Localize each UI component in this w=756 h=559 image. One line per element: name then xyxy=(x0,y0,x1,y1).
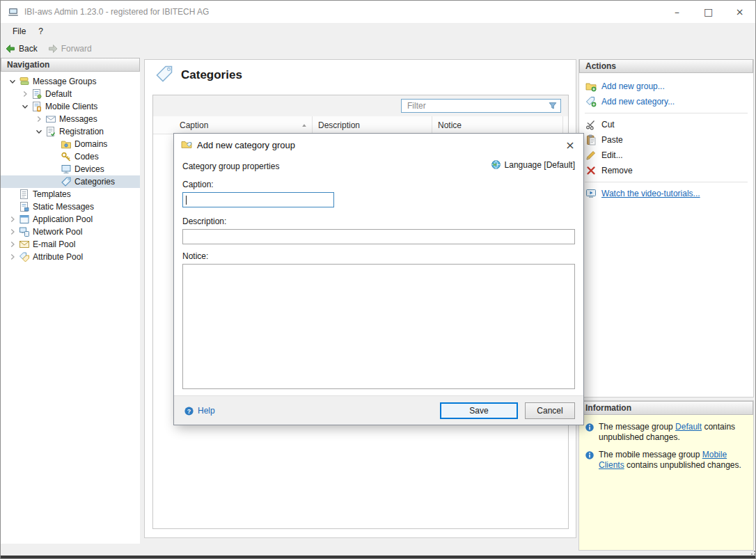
action-add-new-category[interactable]: Add new category... xyxy=(579,94,753,109)
caption-label: Caption: xyxy=(182,180,214,189)
minimize-button[interactable]: – xyxy=(661,1,693,23)
list-toolbar: Filter xyxy=(153,95,568,116)
tree-item-label: Templates xyxy=(33,189,71,199)
action-paste[interactable]: Paste xyxy=(579,132,753,148)
expander-spacer xyxy=(48,176,61,187)
dialog-close-button[interactable]: × xyxy=(561,136,579,153)
window-resize-grip[interactable] xyxy=(748,551,750,552)
maximize-button[interactable]: □ xyxy=(693,1,724,23)
forward-arrow-icon xyxy=(47,43,58,54)
action-remove[interactable]: Remove xyxy=(579,163,753,178)
tree-item-label: Devices xyxy=(74,164,104,174)
list-header: Caption Description Notice xyxy=(153,116,568,134)
mobile-group-icon xyxy=(31,101,42,112)
email-pool-icon xyxy=(19,239,30,250)
tree-item-message-groups[interactable]: Message Groups xyxy=(1,75,140,88)
tree-item-network-pool[interactable]: Network Pool xyxy=(1,226,140,238)
expander-spacer xyxy=(6,189,19,200)
close-button[interactable]: × xyxy=(724,1,755,23)
tree-item-attribute-pool[interactable]: Attribute Pool xyxy=(1,251,140,263)
help-link[interactable]: ? Help xyxy=(184,396,215,425)
tree-item-email-pool[interactable]: E-mail Pool xyxy=(1,238,140,251)
add-category-group-dialog: Add new category group × Category group … xyxy=(173,133,584,425)
action-label: Add new category... xyxy=(601,97,675,107)
menu-help[interactable]: ? xyxy=(32,24,49,38)
tree-item-label: Attribute Pool xyxy=(33,252,83,262)
separator xyxy=(585,113,748,113)
templates-icon xyxy=(19,189,30,200)
link-default-group[interactable]: Default xyxy=(675,422,702,432)
tree-item-static-messages[interactable]: Static Messages xyxy=(1,200,140,213)
help-icon: ? xyxy=(184,406,194,416)
application-pool-icon xyxy=(19,214,30,225)
action-cut[interactable]: Cut xyxy=(579,117,753,132)
forward-button[interactable]: Forward xyxy=(47,43,92,54)
tree-item-application-pool[interactable]: Application Pool xyxy=(1,213,140,226)
dialog-title: Add new category group xyxy=(197,140,295,150)
tree-item-mobile-clients[interactable]: Mobile Clients xyxy=(1,100,140,113)
column-header-caption[interactable]: Caption xyxy=(153,116,313,134)
dialog-title-bar[interactable]: Add new category group × xyxy=(174,134,583,155)
codes-icon xyxy=(61,151,72,162)
tree-item-categories[interactable]: Categories xyxy=(1,175,140,188)
expander-spacer xyxy=(48,164,61,175)
chevron-down-icon[interactable] xyxy=(19,101,31,112)
tree-item-codes[interactable]: Codes xyxy=(1,150,140,163)
chevron-down-icon[interactable] xyxy=(33,126,45,137)
tree-item-domains[interactable]: Domains xyxy=(1,138,140,150)
domains-icon xyxy=(61,139,72,150)
page-title: Categories xyxy=(181,65,242,85)
column-header-description[interactable]: Description xyxy=(313,116,432,134)
title-bar[interactable]: IBI-aws Admin 1.23.0 - registered for IB… xyxy=(1,1,755,23)
filter-icon xyxy=(548,101,558,111)
action-add-new-group[interactable]: Add new group... xyxy=(579,79,753,94)
description-input[interactable] xyxy=(182,229,575,244)
tree-item-label: Codes xyxy=(74,152,99,162)
save-button[interactable]: Save xyxy=(440,402,518,419)
language-selector[interactable]: Language [Default] xyxy=(491,159,575,170)
clipboard-icon xyxy=(585,134,597,145)
filter-input[interactable]: Filter xyxy=(401,99,561,113)
app-window: IBI-aws Admin 1.23.0 - registered for IB… xyxy=(0,0,756,559)
chevron-right-icon[interactable] xyxy=(6,226,19,237)
action-watch-video-tutorials[interactable]: Watch the video-tutorials... xyxy=(579,186,753,201)
tree-item-messages[interactable]: Messages xyxy=(1,113,140,125)
column-label: Notice xyxy=(438,120,462,130)
help-label: Help xyxy=(198,406,215,416)
back-arrow-icon xyxy=(5,43,16,54)
caption-input[interactable] xyxy=(182,192,334,207)
video-tutorial-icon xyxy=(585,188,597,199)
tree-item-label: Static Messages xyxy=(33,202,94,212)
tree-item-default[interactable]: Default xyxy=(1,88,140,100)
tree-item-templates[interactable]: Templates xyxy=(1,188,140,200)
info-icon xyxy=(585,423,594,432)
tree-item-label: Network Pool xyxy=(33,227,82,237)
menu-file[interactable]: File xyxy=(6,24,32,38)
add-group-icon xyxy=(585,81,597,92)
separator xyxy=(585,182,748,182)
chevron-right-icon[interactable] xyxy=(6,214,19,225)
chevron-right-icon[interactable] xyxy=(6,251,19,262)
tree-item-registration[interactable]: Registration xyxy=(1,125,140,138)
action-label: Paste xyxy=(601,135,623,145)
tree-item-label: Categories xyxy=(74,177,115,187)
column-header-notice[interactable]: Notice xyxy=(432,116,563,134)
action-edit[interactable]: Edit... xyxy=(579,148,753,163)
tree-item-devices[interactable]: Devices xyxy=(1,163,140,175)
cancel-button[interactable]: Cancel xyxy=(525,402,575,419)
tree-item-label: Message Groups xyxy=(33,77,96,86)
chevron-right-icon[interactable] xyxy=(6,239,19,250)
actions-panel: Actions Add new group... Add new categor… xyxy=(578,59,754,397)
categories-icon xyxy=(61,176,72,187)
nav-toolbar: Back Forward xyxy=(1,40,755,58)
categories-page-icon xyxy=(155,64,174,84)
chevron-right-icon[interactable] xyxy=(33,113,45,125)
notice-textarea[interactable] xyxy=(182,264,575,389)
back-button[interactable]: Back xyxy=(5,43,38,54)
add-category-icon xyxy=(585,96,597,107)
chevron-right-icon[interactable] xyxy=(19,88,31,100)
devices-icon xyxy=(61,164,72,175)
chevron-down-icon[interactable] xyxy=(6,76,19,87)
tree-item-label: Messages xyxy=(59,114,97,124)
actions-header: Actions xyxy=(579,59,753,73)
